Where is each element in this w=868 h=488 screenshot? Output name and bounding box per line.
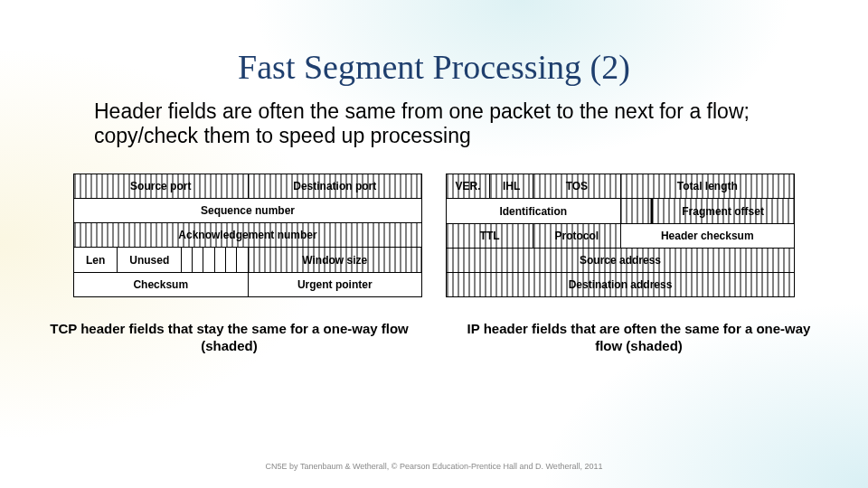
tcp-urgent-pointer: Urgent pointer: [248, 273, 422, 297]
ip-ver: VER.: [447, 174, 490, 199]
ip-source-address: Source address: [447, 248, 795, 272]
tcp-window-size: Window size: [248, 248, 422, 273]
captions: TCP header fields that stay the same for…: [0, 321, 868, 355]
ip-header-diagram: VER. IHL TOS Total length Identification…: [446, 174, 795, 297]
credit-line: CN5E by Tanenbaum & Wetherall, © Pearson…: [0, 462, 868, 472]
slide-body: Header fields are often the same from on…: [94, 99, 783, 148]
tcp-unused: Unused: [118, 248, 182, 272]
ip-tos: TOS: [533, 174, 620, 199]
slide: Fast Segment Processing (2) Header field…: [0, 0, 868, 488]
ip-total-length: Total length: [620, 174, 795, 199]
figures: Source port Destination port Sequence nu…: [0, 174, 868, 297]
ip-destination-address: Destination address: [447, 273, 795, 297]
ip-identification: Identification: [447, 199, 621, 223]
tcp-header-diagram: Source port Destination port Sequence nu…: [73, 174, 422, 297]
tcp-checksum: Checksum: [74, 273, 249, 297]
caption-ip: IP header fields that are often the same…: [455, 321, 823, 355]
ip-fragment-offset: Fragment offset: [652, 199, 795, 223]
tcp-ack-number: Acknowledgement number: [74, 223, 422, 248]
ip-ttl: TTL: [447, 223, 533, 248]
ip-protocol: Protocol: [533, 223, 620, 248]
slide-title: Fast Segment Processing (2): [0, 0, 868, 99]
tcp-len: Len: [74, 248, 118, 272]
tcp-destination-port: Destination port: [248, 174, 422, 199]
ip-header-checksum: Header checksum: [620, 223, 795, 248]
ip-flags: [620, 199, 652, 223]
caption-tcp: TCP header fields that stay the same for…: [45, 321, 413, 355]
ip-ihl: IHL: [490, 174, 533, 199]
tcp-len-flags-cell: Len Unused: [74, 248, 249, 273]
tcp-source-port: Source port: [74, 174, 249, 199]
tcp-sequence-number: Sequence number: [74, 199, 422, 223]
